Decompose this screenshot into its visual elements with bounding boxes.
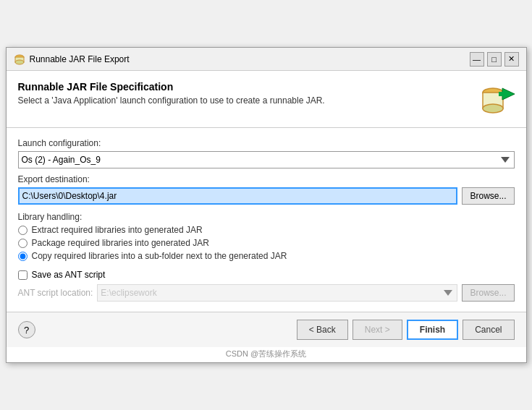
- export-dest-label: Export destination:: [18, 174, 515, 184]
- header-section: Runnable JAR File Specification Select a…: [7, 71, 526, 128]
- library-section: Library handling: Extract required libra…: [18, 212, 515, 261]
- jar-icon: [477, 81, 515, 119]
- finish-button[interactable]: Finish: [407, 320, 458, 340]
- radio-extract-input[interactable]: [18, 226, 28, 235]
- title-bar-controls: — □ ✕: [470, 52, 519, 67]
- launch-config-select[interactable]: Os (2) - Again_Os_9: [18, 151, 515, 168]
- title-bar-left: Runnable JAR File Export: [14, 54, 130, 65]
- jar-title-icon: [14, 54, 25, 65]
- watermark: CSDN @苦练操作系统: [7, 347, 526, 362]
- library-handling-label: Library handling:: [18, 212, 515, 222]
- cancel-button[interactable]: Cancel: [463, 320, 514, 340]
- radio-package[interactable]: Package required libraries into generate…: [18, 238, 515, 248]
- help-button[interactable]: ?: [18, 321, 35, 338]
- radio-group: Extract required libraries into generate…: [18, 225, 515, 261]
- footer-section: ? < Back Next > Finish Cancel: [7, 312, 526, 347]
- minimize-button[interactable]: —: [470, 52, 484, 67]
- ant-location-select: E:\eclipsework: [97, 284, 457, 302]
- radio-package-input[interactable]: [18, 239, 28, 248]
- radio-copy-label: Copy required libraries into a sub-folde…: [32, 251, 287, 261]
- footer-right: < Back Next > Finish Cancel: [297, 320, 515, 340]
- export-dest-input[interactable]: [18, 187, 458, 205]
- save-ant-label: Save as ANT script: [32, 270, 106, 280]
- content-section: Launch configuration: Os (2) - Again_Os_…: [7, 128, 526, 312]
- back-button[interactable]: < Back: [297, 320, 348, 340]
- export-browse-button[interactable]: Browse...: [462, 187, 514, 205]
- dialog: Runnable JAR File Export — □ ✕ Runnable …: [6, 47, 527, 363]
- svg-point-2: [15, 60, 24, 64]
- header-icon: [477, 81, 515, 119]
- radio-copy[interactable]: Copy required libraries into a sub-folde…: [18, 251, 515, 261]
- save-ant-checkbox[interactable]: [18, 270, 28, 280]
- title-bar: Runnable JAR File Export — □ ✕: [7, 48, 526, 71]
- header-text: Runnable JAR File Specification Select a…: [18, 81, 470, 106]
- page-subtitle: Select a 'Java Application' launch confi…: [18, 95, 470, 106]
- save-ant-row: Save as ANT script: [18, 270, 515, 280]
- ant-location-row: ANT script location: E:\eclipsework Brow…: [18, 284, 515, 302]
- launch-config-label: Launch configuration:: [18, 138, 515, 148]
- page-title: Runnable JAR File Specification: [18, 81, 470, 93]
- ant-browse-button: Browse...: [462, 284, 514, 302]
- dialog-title: Runnable JAR File Export: [30, 54, 130, 64]
- radio-copy-input[interactable]: [18, 252, 28, 261]
- maximize-button[interactable]: □: [487, 52, 502, 67]
- footer-left: ?: [18, 321, 35, 338]
- radio-package-label: Package required libraries into generate…: [32, 238, 209, 248]
- launch-config-row: Os (2) - Again_Os_9: [18, 151, 515, 168]
- radio-extract-label: Extract required libraries into generate…: [32, 225, 203, 235]
- ant-location-label: ANT script location:: [18, 288, 93, 298]
- radio-extract[interactable]: Extract required libraries into generate…: [18, 225, 515, 235]
- svg-point-5: [483, 104, 503, 113]
- close-button[interactable]: ✕: [504, 52, 519, 67]
- svg-rect-7: [499, 92, 506, 96]
- export-dest-row: Browse...: [18, 187, 515, 205]
- next-button[interactable]: Next >: [352, 320, 402, 340]
